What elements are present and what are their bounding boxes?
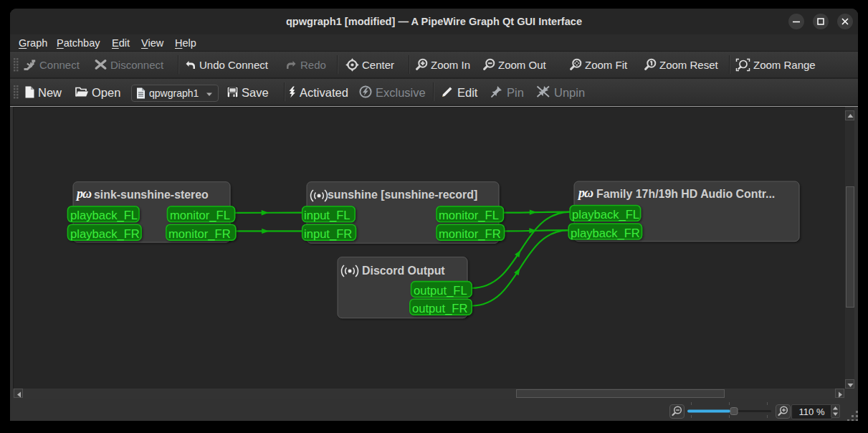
svg-text:monitor_FL: monitor_FL [170,209,230,222]
svg-text:output_FL: output_FL [414,284,467,298]
svg-text:playback_FL: playback_FL [70,209,138,222]
svg-text:playback_FR: playback_FR [571,227,640,240]
svg-text:playback_FL: playback_FL [572,208,639,222]
svg-text:pω: pω [577,186,593,200]
svg-text:sunshine [sunshine-record]: sunshine [sunshine-record] [328,189,477,201]
svg-text:Family 17h/19h HD Audio Contr.: Family 17h/19h HD Audio Contr... [596,188,775,200]
svg-text:monitor_FL: monitor_FL [439,209,499,222]
svg-text:Discord Output: Discord Output [362,265,445,277]
svg-text:sink-sunshine-stereo: sink-sunshine-stereo [94,189,209,201]
svg-text:pω: pω [75,186,92,201]
svg-text:input_FR: input_FR [304,227,352,241]
svg-text:monitor_FR: monitor_FR [439,227,501,241]
svg-text:monitor_FR: monitor_FR [168,227,231,241]
svg-text:output_FR: output_FR [412,302,467,315]
svg-text:playback_FR: playback_FR [70,227,140,241]
svg-text:input_FL: input_FL [304,209,350,222]
